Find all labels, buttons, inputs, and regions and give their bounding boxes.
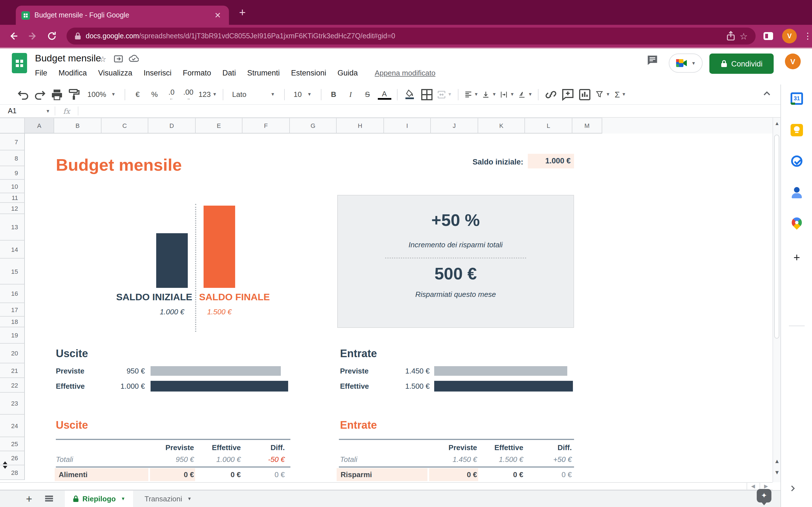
column-header-L[interactable]: L (525, 118, 572, 133)
side-panel-icon[interactable] (763, 32, 773, 40)
all-sheets-icon[interactable] (45, 495, 54, 503)
sheets-logo-icon[interactable] (12, 53, 27, 73)
paint-format-icon[interactable] (67, 88, 81, 101)
row-header-12[interactable]: 12 (0, 203, 25, 214)
column-header-H[interactable]: H (337, 118, 384, 133)
row-header-13[interactable]: 13 (0, 214, 25, 240)
menu-modifica[interactable]: Modifica (59, 69, 87, 77)
saldo-iniziale-cell[interactable]: 1.000 € (528, 154, 574, 168)
share-button[interactable]: Condividi (709, 54, 774, 74)
doc-title[interactable]: Budget mensile (35, 53, 101, 64)
close-tab-icon[interactable]: ✕ (212, 11, 223, 19)
column-header-E[interactable]: E (196, 118, 243, 133)
format-currency-button[interactable]: € (131, 88, 144, 101)
row-header-26[interactable]: 26 (0, 451, 25, 465)
hidden-rows-up-icon[interactable] (3, 461, 7, 464)
menu-strumenti[interactable]: Strumenti (247, 69, 280, 77)
menu-dati[interactable]: Dati (222, 69, 236, 77)
row-header-7[interactable]: 7 (0, 133, 25, 151)
row-header-20[interactable]: 20 (0, 344, 25, 363)
row-header-24[interactable]: 24 (0, 414, 25, 437)
meet-button[interactable]: ▼ (669, 54, 703, 73)
menu-formato[interactable]: Formato (183, 69, 211, 77)
row-header-18[interactable]: 18 (0, 317, 25, 327)
row-header-10[interactable]: 10 (0, 180, 25, 193)
insert-chart-icon[interactable] (578, 88, 592, 101)
decrease-decimals-button[interactable]: .0← (165, 88, 178, 101)
sheet-tab-riepilogo[interactable]: Riepilogo ▼ (65, 490, 133, 507)
bookmark-star-icon[interactable]: ☆ (740, 31, 748, 41)
row-header-16[interactable]: 16 (0, 284, 25, 303)
forward-icon[interactable] (27, 31, 38, 42)
column-header-C[interactable]: C (101, 118, 148, 133)
calendar-icon[interactable] (781, 93, 812, 105)
collapse-toolbar-icon[interactable] (761, 88, 772, 99)
font-select[interactable]: Lato▼ (229, 88, 278, 101)
column-header-A[interactable]: A (25, 118, 54, 133)
zoom-select[interactable]: 100%▼ (84, 88, 119, 101)
menu-visualizza[interactable]: Visualizza (98, 69, 132, 77)
row-header-19[interactable]: 19 (0, 327, 25, 344)
fill-color-button[interactable] (403, 88, 416, 101)
scroll-down-button[interactable]: ▼ (773, 469, 781, 476)
contacts-icon[interactable] (781, 187, 812, 198)
increase-decimals-button[interactable]: .00→ (182, 88, 195, 101)
last-modified-link[interactable]: Appena modificato (375, 69, 435, 77)
font-size-select[interactable]: 10▼ (290, 88, 315, 101)
merge-cells-button[interactable]: ▼ (437, 88, 452, 101)
borders-icon[interactable] (420, 88, 434, 101)
create-filter-button[interactable]: ▼ (595, 88, 610, 101)
vertical-align-button[interactable]: ▼ (482, 88, 497, 101)
sheet-tab-caret-icon[interactable]: ▼ (121, 496, 125, 501)
italic-button[interactable]: I (344, 88, 357, 101)
menu-file[interactable]: File (35, 69, 47, 77)
row-header-17[interactable]: 17 (0, 303, 25, 317)
row-header-11[interactable]: 11 (0, 193, 25, 203)
column-header-K[interactable]: K (478, 118, 525, 133)
column-header-G[interactable]: G (290, 118, 337, 133)
select-all-corner[interactable] (0, 118, 25, 133)
row-headers[interactable]: 789101112131415161718192021222324252628 (0, 133, 25, 480)
row-header-14[interactable]: 14 (0, 240, 25, 259)
gemini-sparkle-badge[interactable]: ✦ (757, 489, 771, 503)
move-folder-icon[interactable] (114, 55, 123, 62)
insert-link-icon[interactable] (544, 88, 558, 101)
horizontal-align-button[interactable]: ▼ (464, 88, 478, 101)
insert-comment-icon[interactable] (561, 88, 574, 101)
name-box[interactable]: A1 (8, 107, 44, 115)
sheet-tab-caret-icon[interactable]: ▼ (187, 496, 192, 501)
maps-icon[interactable] (781, 217, 812, 231)
cloud-status-icon[interactable] (129, 55, 139, 62)
browser-tab[interactable]: Budget mensile - Fogli Google ✕ (16, 6, 229, 25)
row-header-9[interactable]: 9 (0, 166, 25, 180)
browser-menu-icon[interactable]: ⋮ (804, 31, 812, 41)
strikethrough-button[interactable]: S (361, 88, 374, 101)
row-header-25[interactable]: 25 (0, 437, 25, 451)
name-box-caret-icon[interactable]: ▼ (46, 108, 50, 114)
account-avatar[interactable]: V (785, 54, 801, 69)
bold-button[interactable]: B (327, 88, 340, 101)
menu-guida[interactable]: Guida (338, 69, 358, 77)
row-header-28[interactable]: 28 (0, 465, 25, 480)
vertical-scrollbar[interactable]: ▲ ▲ ▼ (772, 118, 780, 482)
text-rotation-button[interactable]: ▼ (518, 88, 532, 101)
reload-icon[interactable] (46, 31, 57, 42)
format-percent-button[interactable]: % (148, 88, 161, 101)
row-header-8[interactable]: 8 (0, 151, 25, 166)
column-header-I[interactable]: I (384, 118, 431, 133)
tasks-icon[interactable] (781, 156, 812, 167)
add-addon-icon[interactable]: + (781, 251, 812, 264)
horizontal-scrollbar[interactable]: ◀ ▶ (0, 482, 772, 490)
browser-avatar[interactable]: V (782, 29, 797, 43)
keep-icon[interactable] (781, 124, 812, 136)
row-header-22[interactable]: 22 (0, 378, 25, 393)
back-icon[interactable] (8, 31, 19, 42)
star-doc-icon[interactable]: ☆ (99, 55, 106, 64)
scroll-left-button[interactable]: ◀ (747, 483, 759, 490)
row-header-23[interactable]: 23 (0, 393, 25, 414)
column-header-D[interactable]: D (148, 118, 196, 133)
column-header-B[interactable]: B (54, 118, 101, 133)
expand-sidebar-icon[interactable] (788, 483, 798, 494)
column-header-F[interactable]: F (243, 118, 290, 133)
new-tab-button[interactable]: + (239, 7, 246, 18)
